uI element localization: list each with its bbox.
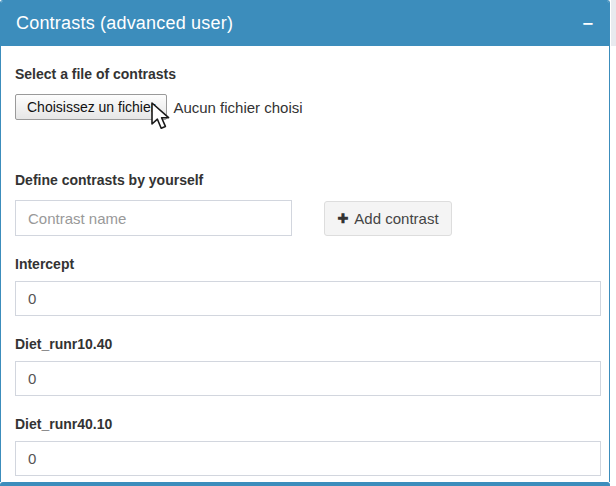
add-contrast-button[interactable]: ✚ Add contrast (324, 201, 452, 236)
minus-icon: − (582, 19, 593, 29)
define-contrast-row: ✚ Add contrast (15, 200, 601, 236)
contrasts-panel: Contrasts (advanced user) − Select a fil… (0, 0, 610, 482)
plus-icon: ✚ (337, 211, 348, 226)
contrast-name-input[interactable] (15, 200, 292, 236)
choose-file-button[interactable]: Choisissez un fichier (15, 94, 167, 120)
panel-header: Contrasts (advanced user) − (1, 1, 609, 46)
define-contrasts-label: Define contrasts by yourself (15, 173, 601, 188)
contrast-value-input-diet-runr10-40[interactable] (15, 361, 601, 396)
contrast-value-input-diet-runr40-10[interactable] (15, 441, 601, 476)
next-panel-header-edge (0, 482, 610, 486)
contrast-field-label: Intercept (15, 257, 601, 272)
contrast-field-diet-runr10-40: Diet_runr10.40 (15, 337, 601, 396)
panel-body: Select a file of contrasts Choisissez un… (1, 46, 609, 476)
file-contrasts-label: Select a file of contrasts (15, 67, 601, 82)
contrast-field-label: Diet_runr10.40 (15, 337, 601, 352)
file-input: Choisissez un fichier Aucun fichier choi… (15, 94, 601, 120)
add-contrast-label: Add contrast (354, 210, 438, 227)
page-edge-strip (611, 0, 616, 46)
page: Contrasts (advanced user) − Select a fil… (0, 0, 616, 486)
contrast-field-intercept: Intercept (15, 257, 601, 316)
panel-title: Contrasts (advanced user) (16, 13, 233, 34)
file-status-text: Aucun fichier choisi (173, 99, 302, 116)
contrast-field-label: Diet_runr40.10 (15, 417, 601, 432)
contrast-field-diet-runr40-10: Diet_runr40.10 (15, 417, 601, 476)
collapse-button[interactable]: − (581, 17, 594, 31)
contrast-value-input-intercept[interactable] (15, 281, 601, 316)
